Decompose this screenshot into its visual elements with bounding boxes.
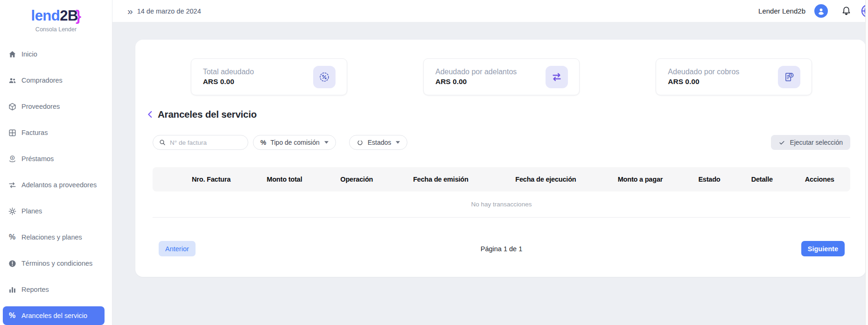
sidebar-item-adelantos[interactable]: Adelantos a proveedores <box>3 176 105 194</box>
check-icon <box>778 139 785 146</box>
exclamation-circle-icon <box>7 259 17 268</box>
commission-type-dropdown[interactable]: % Tipo de comisión <box>253 135 336 150</box>
invoice-dollar-icon: $ <box>778 66 800 88</box>
stats-row: Total adeudado ARS 0.00 Adeudado por ade… <box>153 58 850 95</box>
cube-icon <box>7 102 17 111</box>
stat-card-total-adeudado: Total adeudado ARS 0.00 <box>191 58 347 95</box>
table-header-row: Nro. Factura Monto total Operación Fecha… <box>153 167 850 191</box>
user-avatar[interactable] <box>814 4 828 18</box>
grid-icon <box>7 128 17 137</box>
collapse-sidebar-icon[interactable]: » <box>127 6 132 16</box>
stat-label: Total adeudado <box>203 68 254 76</box>
user-name: Lender Lend2b <box>758 7 805 15</box>
people-icon <box>7 76 17 85</box>
stat-value: ARS 0.00 <box>668 78 739 86</box>
execute-selection-button[interactable]: Ejecutar selección <box>771 135 850 150</box>
app-window: lend2B} Consola Lender Inicio Compradore… <box>0 0 868 325</box>
stat-texts: Adeudado por cobros ARS 0.00 <box>668 68 739 86</box>
transactions-table: Nro. Factura Monto total Operación Fecha… <box>153 167 850 218</box>
brand-subtitle: Consola Lender <box>0 26 112 33</box>
sidebar-item-compradores[interactable]: Compradores <box>3 71 105 90</box>
stat-value: ARS 0.00 <box>435 78 517 86</box>
stat-label: Adeudado por adelantos <box>435 68 517 76</box>
content-card: Total adeudado ARS 0.00 Adeudado por ade… <box>135 40 866 277</box>
states-dropdown[interactable]: Estados <box>349 135 408 150</box>
sidebar-item-prestamos[interactable]: $ Préstamos <box>3 149 105 168</box>
main-area: Total adeudado ARS 0.00 Adeudado por ade… <box>112 22 868 325</box>
gear-icon <box>7 206 17 216</box>
top-header: » 14 de marzo de 2024 Lender Lend2b <box>112 0 868 22</box>
logo-bracket: } <box>76 7 81 24</box>
empty-state-message: No hay transacciones <box>153 191 850 218</box>
logo-text: lend2B} <box>0 7 112 24</box>
brand-logo: lend2B} Consola Lender <box>0 0 112 33</box>
dropdown-label: Estados <box>368 139 392 146</box>
next-page-button[interactable]: Siguiente <box>801 241 845 256</box>
sidebar-item-planes[interactable]: Planes <box>3 202 105 220</box>
chevron-down-icon <box>324 141 329 144</box>
sidebar-item-terminos[interactable]: Términos y condiciones <box>3 254 105 273</box>
filter-row: % Tipo de comisión Estados Ejecutar sele… <box>153 135 850 150</box>
page-title-row: Aranceles del servicio <box>145 109 257 120</box>
sidebar-item-label: Inicio <box>21 50 37 58</box>
chevron-down-icon <box>396 141 400 144</box>
sidebar-item-proveedores[interactable]: Proveedores <box>3 97 105 116</box>
header-right: Lender Lend2b <box>758 3 868 19</box>
sidebar-item-label: Planes <box>21 207 42 215</box>
bar-chart-icon <box>7 285 17 294</box>
logo-lend: lend <box>31 7 60 24</box>
sidebar-item-label: Adelantos a proveedores <box>21 181 97 189</box>
vertical-scrollbar[interactable] <box>865 0 868 325</box>
column-detalle: Detalle <box>735 167 789 191</box>
search-input[interactable] <box>170 139 242 146</box>
search-icon <box>159 139 166 146</box>
sidebar-item-label: Términos y condiciones <box>21 260 92 267</box>
column-fecha-ejecucion: Fecha de ejecución <box>495 167 597 191</box>
sidebar: lend2B} Consola Lender Inicio Compradore… <box>0 0 112 325</box>
sidebar-item-inicio[interactable]: Inicio <box>3 45 105 64</box>
transfer-arrows-icon <box>7 180 17 190</box>
column-monto-a-pagar: Monto a pagar <box>597 167 683 191</box>
column-estado: Estado <box>684 167 735 191</box>
page-indicator: Página 1 de 1 <box>153 245 850 253</box>
invoice-search-field[interactable] <box>153 135 248 150</box>
stat-card-adeudado-cobros: Adeudado por cobros ARS 0.00 $ <box>656 58 812 95</box>
sidebar-item-label: Reportes <box>21 286 49 293</box>
notifications-bell-icon[interactable] <box>841 6 852 16</box>
header-left: » 14 de marzo de 2024 <box>127 6 201 16</box>
sidebar-nav: Inicio Compradores Proveedores Facturas <box>0 45 112 325</box>
stat-value: ARS 0.00 <box>203 78 254 86</box>
percent-icon: % <box>260 139 266 146</box>
execute-selection-label: Ejecutar selección <box>790 139 843 146</box>
sidebar-item-label: Proveedores <box>21 103 60 110</box>
svg-text:$: $ <box>11 156 13 159</box>
column-select-spacer <box>153 167 180 191</box>
stat-texts: Total adeudado ARS 0.00 <box>203 68 254 86</box>
sidebar-item-reportes[interactable]: Reportes <box>3 280 105 299</box>
sidebar-item-label: Relaciones y planes <box>21 233 82 241</box>
discount-badge-icon <box>313 66 336 88</box>
sidebar-item-aranceles[interactable]: % Aranceles del servicio <box>3 306 105 325</box>
coin-icon: $ <box>7 154 17 163</box>
sidebar-item-label: Préstamos <box>21 155 54 162</box>
sidebar-item-label: Compradores <box>21 77 63 84</box>
person-icon <box>816 6 826 16</box>
percent-icon: % <box>7 311 17 320</box>
back-chevron-icon[interactable] <box>145 109 155 120</box>
column-nro-factura: Nro. Factura <box>180 167 243 191</box>
sidebar-item-label: Aranceles del servicio <box>21 312 87 319</box>
stat-card-adeudado-adelantos: Adeudado por adelantos ARS 0.00 <box>423 58 580 95</box>
transfer-arrows-icon <box>546 66 568 88</box>
stat-label: Adeudado por cobros <box>668 68 739 76</box>
column-fecha-emision: Fecha de emisión <box>387 167 494 191</box>
sidebar-item-relaciones[interactable]: % Relaciones y planes <box>3 228 105 247</box>
column-operacion: Operación <box>326 167 387 191</box>
sidebar-item-facturas[interactable]: Facturas <box>3 123 105 142</box>
column-monto-total: Monto total <box>243 167 326 191</box>
dropdown-label: Tipo de comisión <box>270 139 319 146</box>
stat-texts: Adeudado por adelantos ARS 0.00 <box>435 68 517 86</box>
percent-icon: % <box>7 233 17 242</box>
current-date: 14 de marzo de 2024 <box>137 7 201 15</box>
column-acciones: Acciones <box>789 167 850 191</box>
empty-state-row: No hay transacciones <box>153 191 850 218</box>
